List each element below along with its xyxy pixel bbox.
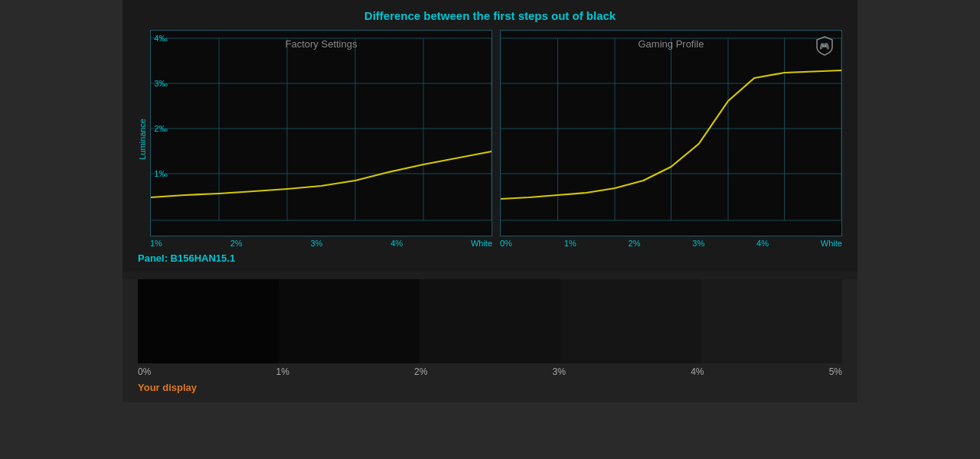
chart-title: Difference between the first steps out o… bbox=[138, 9, 842, 22]
panel-info: Panel: B156HAN15.1 bbox=[138, 252, 842, 264]
svg-text:2‰: 2‰ bbox=[154, 124, 168, 133]
gaming-x-4: 4% bbox=[756, 239, 769, 248]
gaming-x-3: 3% bbox=[692, 239, 704, 248]
bottom-x-2: 2% bbox=[414, 366, 427, 377]
factory-chart: Factory Settings bbox=[150, 30, 492, 236]
factory-x-white: White bbox=[471, 239, 492, 248]
svg-text:3‰: 3‰ bbox=[154, 79, 168, 88]
factory-x-3: 3% bbox=[310, 239, 322, 248]
charts-row: Luminance Factory Settings bbox=[138, 30, 842, 248]
bottom-x-1: 1% bbox=[276, 366, 289, 377]
gaming-x-0: 0% bbox=[500, 239, 512, 248]
gaming-x-white: White bbox=[821, 239, 842, 248]
factory-chart-label: Factory Settings bbox=[151, 38, 492, 50]
bottom-x-0: 0% bbox=[138, 366, 151, 377]
gaming-x-1: 1% bbox=[564, 239, 577, 248]
gaming-profile-icon: 🎮 bbox=[814, 35, 835, 57]
bottom-chart-svg bbox=[138, 279, 842, 363]
bottom-x-labels: 0% 1% 2% 3% 4% 5% bbox=[138, 363, 842, 377]
your-display-label: Your display bbox=[138, 382, 842, 393]
bottom-x-3: 3% bbox=[553, 366, 566, 377]
y-axis-label: Luminance bbox=[138, 119, 147, 160]
factory-chart-svg: 4‰ 3‰ 2‰ 1‰ bbox=[151, 31, 492, 237]
svg-rect-28 bbox=[279, 279, 420, 363]
gaming-x-2: 2% bbox=[629, 239, 641, 248]
gaming-x-labels: 0% 1% 2% 3% 4% White bbox=[500, 236, 842, 248]
bottom-x-4: 4% bbox=[691, 366, 704, 377]
factory-x-labels: 1% 2% 3% 4% White bbox=[150, 236, 492, 248]
svg-text:1‰: 1‰ bbox=[154, 169, 168, 178]
main-container: Difference between the first steps out o… bbox=[122, 0, 858, 402]
bottom-x-5: 5% bbox=[829, 366, 842, 377]
factory-x-1: 1% bbox=[150, 239, 162, 248]
charts-area: Factory Settings bbox=[150, 30, 842, 248]
gaming-chart: Gaming Profile 🎮 bbox=[500, 30, 842, 236]
gaming-chart-label: Gaming Profile bbox=[501, 38, 841, 50]
factory-x-2: 2% bbox=[230, 239, 243, 248]
factory-chart-wrapper: Factory Settings bbox=[150, 30, 492, 248]
gaming-chart-svg bbox=[501, 31, 841, 237]
svg-rect-30 bbox=[560, 279, 701, 363]
factory-x-4: 4% bbox=[390, 239, 403, 248]
top-section: Difference between the first steps out o… bbox=[122, 0, 858, 272]
bottom-chart-area bbox=[138, 279, 842, 363]
svg-rect-31 bbox=[701, 279, 842, 363]
bottom-section: 0% 1% 2% 3% 4% 5% Your display bbox=[122, 279, 858, 402]
svg-rect-27 bbox=[138, 279, 279, 363]
svg-rect-29 bbox=[420, 279, 560, 363]
gaming-chart-wrapper: Gaming Profile 🎮 bbox=[500, 30, 842, 248]
svg-text:🎮: 🎮 bbox=[819, 41, 830, 51]
